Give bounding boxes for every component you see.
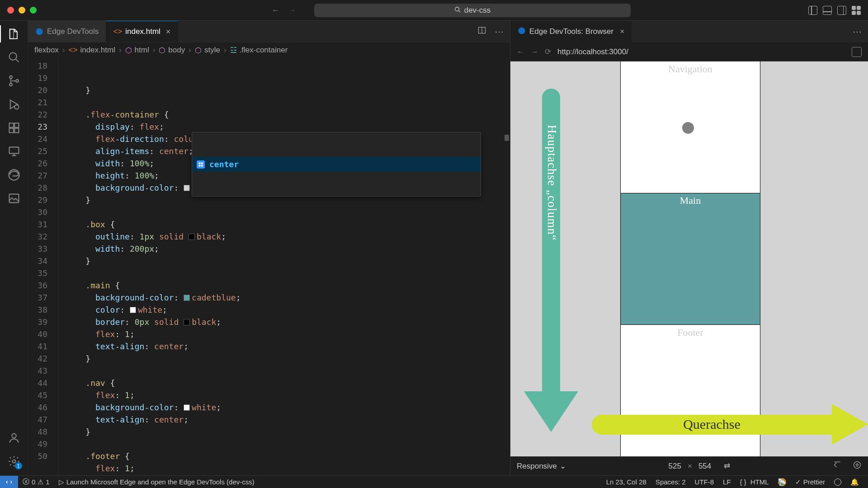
layout-right-icon[interactable] xyxy=(837,6,846,15)
scrollbar-thumb[interactable] xyxy=(505,135,509,141)
svg-rect-12 xyxy=(9,194,19,203)
nav-forward-icon[interactable]: → xyxy=(288,6,296,15)
browser-back-icon[interactable]: ← xyxy=(517,47,524,56)
run-debug-icon[interactable] xyxy=(7,98,21,111)
port-status[interactable]: 📡 xyxy=(774,478,791,486)
encoding-status[interactable]: UTF-8 xyxy=(690,478,719,486)
tab-label: index.html xyxy=(125,27,160,36)
accounts-icon[interactable] xyxy=(7,431,21,445)
svg-point-15 xyxy=(36,28,43,35)
more-actions-icon[interactable]: ⋯ xyxy=(495,26,504,37)
tab-label: Edge DevTools: Browser xyxy=(529,27,613,36)
svg-point-0 xyxy=(455,7,459,11)
language-mode[interactable]: { }HTML xyxy=(736,478,774,486)
tab-index-html[interactable]: <> index.html × xyxy=(106,21,178,42)
suggest-widget[interactable]: center xyxy=(192,132,481,197)
svg-point-2 xyxy=(9,76,12,79)
svg-rect-6 xyxy=(9,123,13,127)
minimize-window-icon[interactable] xyxy=(19,7,25,14)
device-toolbar: Responsive ⌄ 525 × 554 ⇄ xyxy=(510,456,868,475)
close-tab-icon[interactable]: × xyxy=(620,27,624,36)
tab-edge-devtools[interactable]: Edge DevTools xyxy=(28,21,106,42)
close-window-icon[interactable] xyxy=(7,7,14,14)
browser-forward-icon[interactable]: → xyxy=(531,47,538,56)
eol-status[interactable]: LF xyxy=(718,478,736,486)
remote-explorer-icon[interactable] xyxy=(7,145,21,158)
url-bar[interactable]: http://localhost:3000/ xyxy=(557,47,628,56)
breadcrumbs[interactable]: flexbox › <>index.html › ⬡html › ⬡body ›… xyxy=(28,42,510,58)
chevron-down-icon: ⌄ xyxy=(560,461,566,471)
inspect-element-icon[interactable] xyxy=(852,47,862,57)
prettier-status[interactable]: ✓Prettier xyxy=(791,478,830,486)
more-actions-icon[interactable]: ⋯ xyxy=(853,26,862,37)
svg-rect-18 xyxy=(201,162,203,164)
source-control-icon[interactable] xyxy=(7,74,21,88)
value-icon xyxy=(197,160,205,169)
close-tab-icon[interactable]: × xyxy=(166,27,171,37)
feedback-icon[interactable] xyxy=(830,479,846,486)
remote-indicator[interactable] xyxy=(0,476,18,488)
suggest-label: center xyxy=(209,158,239,170)
screencast-icon[interactable] xyxy=(833,460,842,472)
css-rule-icon: ☳ xyxy=(230,46,237,55)
emulation-settings-icon[interactable] xyxy=(853,460,862,472)
layout-left-icon[interactable] xyxy=(808,6,817,15)
editor-panel: Edge DevTools <> index.html × ⋯ flexbox … xyxy=(28,21,510,475)
layout-bottom-icon[interactable] xyxy=(823,6,832,15)
split-editor-icon[interactable] xyxy=(477,26,486,37)
device-select[interactable]: Responsive ⌄ xyxy=(517,461,566,471)
notifications-bell-icon[interactable]: 🔔 xyxy=(846,478,863,486)
svg-point-23 xyxy=(856,464,859,466)
breadcrumb-item[interactable]: ⬡html xyxy=(125,46,149,55)
rotate-icon[interactable]: ⇄ xyxy=(724,461,730,471)
indentation-status[interactable]: Spaces: 2 xyxy=(651,478,690,486)
search-icon[interactable] xyxy=(7,51,21,64)
chevron-right-icon: › xyxy=(119,46,122,55)
svg-rect-19 xyxy=(199,164,201,166)
chevron-right-icon: › xyxy=(62,46,65,55)
layout-grid-icon[interactable] xyxy=(852,6,861,15)
code-editor[interactable]: 1819202122232425262728293031323334353637… xyxy=(28,58,510,475)
svg-rect-20 xyxy=(201,164,203,166)
settings-gear-icon[interactable]: 1 xyxy=(7,455,21,468)
browser-toolbar: ← → ⟳ http://localhost:3000/ xyxy=(510,42,868,61)
viewport-width[interactable]: 525 xyxy=(669,462,681,471)
cursor-position[interactable]: Ln 23, Col 28 xyxy=(602,478,651,486)
browser-reload-icon[interactable]: ⟳ xyxy=(545,47,551,56)
main-axis-arrow: Hauptachse „column“ xyxy=(524,89,578,441)
line-gutter: 1819202122232425262728293031323334353637… xyxy=(28,58,59,475)
window-controls xyxy=(7,7,37,14)
breadcrumb-item[interactable]: ⬡body xyxy=(159,46,185,55)
command-center[interactable]: dev-css xyxy=(314,4,631,17)
preview-box-nav: Navigation xyxy=(621,61,760,193)
suggest-item[interactable]: center xyxy=(192,157,481,172)
breadcrumb-item[interactable]: ⬡style xyxy=(195,46,220,55)
svg-rect-10 xyxy=(9,147,19,154)
debug-icon: ▷ xyxy=(59,478,64,486)
problems-status[interactable]: ⓧ0 ⚠1 xyxy=(18,478,54,486)
launch-task[interactable]: ▷ Launch Microsoft Edge and open the Edg… xyxy=(54,478,259,486)
image-icon[interactable] xyxy=(7,192,21,205)
svg-point-4 xyxy=(16,80,19,82)
svg-rect-17 xyxy=(199,162,201,164)
edge-icon[interactable] xyxy=(7,168,21,182)
viewport-height[interactable]: 554 xyxy=(698,462,711,471)
extensions-icon[interactable] xyxy=(7,121,21,135)
code-lines[interactable]: } .flex-container { display: flex; flex-… xyxy=(59,58,510,475)
nav-back-icon[interactable]: ← xyxy=(272,6,279,15)
breadcrumb-item[interactable]: <>index.html xyxy=(69,46,115,55)
touch-indicator-icon xyxy=(682,122,694,134)
cross-axis-arrow: Querachse xyxy=(592,409,868,439)
explorer-icon[interactable] xyxy=(7,27,21,41)
preview-panel: Edge DevTools: Browser × ⋯ ← → ⟳ http://… xyxy=(510,21,868,475)
editor-tabs: Edge DevTools <> index.html × ⋯ xyxy=(28,21,510,42)
status-bar: ⓧ0 ⚠1 ▷ Launch Microsoft Edge and open t… xyxy=(0,475,868,488)
breadcrumb-item[interactable]: ☳.flex-container xyxy=(230,46,288,55)
chevron-right-icon: › xyxy=(153,46,156,55)
preview-viewport[interactable]: Hauptachse „column“ Navigation Main Foot… xyxy=(510,61,868,456)
dimension-separator: × xyxy=(688,462,692,471)
edge-tab-icon xyxy=(35,28,43,36)
breadcrumb-item[interactable]: flexbox xyxy=(34,46,59,55)
tab-devtools-browser[interactable]: Edge DevTools: Browser × xyxy=(510,21,632,42)
maximize-window-icon[interactable] xyxy=(30,7,37,14)
